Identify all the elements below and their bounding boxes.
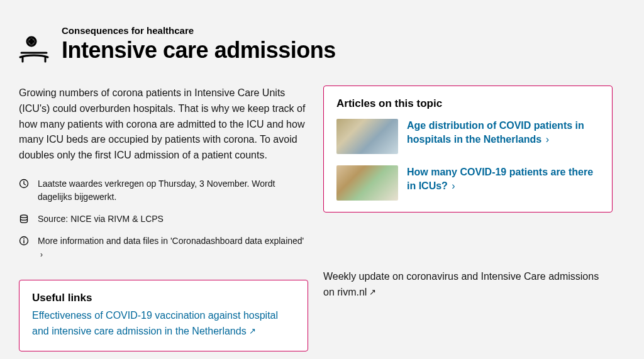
chevron-right-icon: › xyxy=(40,249,43,260)
article-link[interactable]: How many COVID-19 patients are there in … xyxy=(407,165,599,201)
useful-links-title: Useful links xyxy=(32,292,295,304)
svg-rect-5 xyxy=(28,40,35,43)
meta-updated-text: Laatste waardes verkregen op Thursday, 3… xyxy=(38,177,308,204)
page-header: Consequences for healthcare Intensive ca… xyxy=(19,25,625,68)
article-item[interactable]: How many COVID-19 patients are there in … xyxy=(336,165,599,201)
external-link-icon: ↗ xyxy=(369,286,376,299)
chevron-right-icon: › xyxy=(546,134,549,145)
meta-more-info-text: More information and data files in 'Coro… xyxy=(38,235,308,261)
articles-title: Articles on this topic xyxy=(336,97,599,110)
article-thumbnail xyxy=(336,119,398,154)
info-icon xyxy=(19,236,29,246)
meta-list: Laatste waardes verkregen op Thursday, 3… xyxy=(19,177,308,261)
chevron-right-icon: › xyxy=(452,180,455,191)
article-thumbnail xyxy=(336,165,398,201)
svg-point-7 xyxy=(21,215,28,218)
meta-source: Source: NICE via RIVM & LCPS xyxy=(19,213,308,226)
meta-updated: Laatste waardes verkregen op Thursday, 3… xyxy=(19,177,308,204)
external-link-icon: ↗ xyxy=(249,325,256,338)
intro-paragraph: Growing numbers of corona patients in In… xyxy=(19,86,308,163)
hospital-bed-icon xyxy=(19,35,49,68)
meta-source-text: Source: NICE via RIVM & LCPS xyxy=(38,213,164,226)
meta-more-info[interactable]: More information and data files in 'Coro… xyxy=(19,235,308,261)
svg-rect-10 xyxy=(23,240,24,243)
svg-point-9 xyxy=(23,238,25,240)
useful-link[interactable]: Effectiveness of COVID-19 vaccination ag… xyxy=(32,308,295,340)
clock-icon xyxy=(19,179,29,189)
useful-links-card: Useful links Effectiveness of COVID-19 v… xyxy=(19,280,308,351)
weekly-update-link[interactable]: Weekly update on coronavirus and Intensi… xyxy=(323,269,613,301)
articles-card: Articles on this topic Age distribution … xyxy=(323,86,613,213)
article-link[interactable]: Age distribution of COVID patients in ho… xyxy=(407,119,599,154)
category-label: Consequences for healthcare xyxy=(62,25,336,36)
article-item[interactable]: Age distribution of COVID patients in ho… xyxy=(336,119,599,154)
database-icon xyxy=(19,214,29,224)
page-title: Intensive care admissions xyxy=(62,37,336,64)
